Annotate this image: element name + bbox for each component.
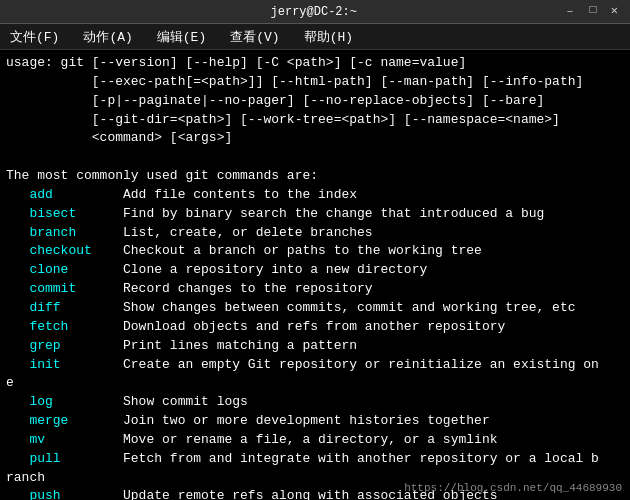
menu-action[interactable]: 动作(A)	[77, 26, 138, 48]
terminal-line: commit Record changes to the repository	[6, 280, 624, 299]
title-bar: jerry@DC-2:~ － □ ✕	[0, 0, 630, 24]
terminal-line: branch List, create, or delete branches	[6, 224, 624, 243]
close-button[interactable]: ✕	[607, 3, 622, 20]
terminal-line: checkout Checkout a branch or paths to t…	[6, 242, 624, 261]
menu-view[interactable]: 查看(V)	[224, 26, 285, 48]
terminal-line: [--exec-path[=<path>]] [--html-path] [--…	[6, 73, 624, 92]
terminal-line: [-p|--paginate|--no-pager] [--no-replace…	[6, 92, 624, 111]
menu-help[interactable]: 帮助(H)	[298, 26, 359, 48]
terminal-line: usage: git [--version] [--help] [-C <pat…	[6, 54, 624, 73]
menu-file[interactable]: 文件(F)	[4, 26, 65, 48]
terminal-line: bisect Find by binary search the change …	[6, 205, 624, 224]
minimize-button[interactable]: －	[560, 3, 580, 20]
terminal-line	[6, 148, 624, 167]
terminal-line: mv Move or rename a file, a directory, o…	[6, 431, 624, 450]
terminal-content[interactable]: usage: git [--version] [--help] [-C <pat…	[0, 50, 630, 500]
terminal-line: init Create an empty Git repository or r…	[6, 356, 624, 375]
terminal-line: clone Clone a repository into a new dire…	[6, 261, 624, 280]
menu-edit[interactable]: 编辑(E)	[151, 26, 212, 48]
terminal-line: e	[6, 374, 624, 393]
terminal-line: add Add file contents to the index	[6, 186, 624, 205]
terminal-line: pull Fetch from and integrate with anoth…	[6, 450, 624, 469]
terminal-line: fetch Download objects and refs from ano…	[6, 318, 624, 337]
watermark: https://blog.csdn.net/qq_44689930	[404, 482, 622, 494]
maximize-button[interactable]: □	[586, 3, 601, 20]
menu-bar: 文件(F) 动作(A) 编辑(E) 查看(V) 帮助(H)	[0, 24, 630, 50]
terminal-line: diff Show changes between commits, commi…	[6, 299, 624, 318]
terminal-line: merge Join two or more development histo…	[6, 412, 624, 431]
terminal-line: log Show commit logs	[6, 393, 624, 412]
terminal-line: grep Print lines matching a pattern	[6, 337, 624, 356]
terminal-line: [--git-dir=<path>] [--work-tree=<path>] …	[6, 111, 624, 130]
terminal-line: <command> [<args>]	[6, 129, 624, 148]
window-title: jerry@DC-2:~	[68, 5, 560, 19]
terminal-line: The most commonly used git commands are:	[6, 167, 624, 186]
window-controls[interactable]: － □ ✕	[560, 3, 622, 20]
